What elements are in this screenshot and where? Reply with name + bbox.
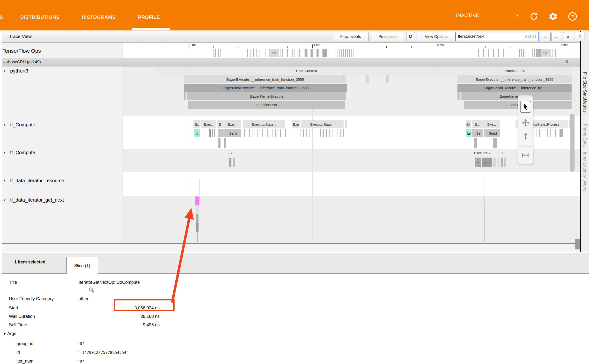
trace-tick[interactable] [553, 129, 553, 137]
trace-tick[interactable] [328, 49, 328, 57]
close-icon[interactable]: X [565, 59, 568, 65]
trace-tick[interactable] [343, 129, 344, 137]
trace-tick[interactable] [483, 49, 484, 57]
trace-slice[interactable] [493, 138, 497, 148]
trace-slice[interactable] [218, 138, 221, 148]
toolbar-button-m[interactable]: M [406, 32, 415, 41]
collapse-arrow-icon[interactable]: ▾ [4, 69, 6, 73]
trace-tick[interactable] [568, 49, 568, 57]
collapse-arrow-icon[interactable]: ▾ [3, 60, 5, 64]
vertical-scrollbar-thumb[interactable] [570, 114, 574, 172]
trace-slice[interactable] [504, 158, 506, 167]
trace-tick[interactable] [255, 129, 255, 137]
trace-slice[interactable]: EagerLocalExecute: __inference_train_fun… [184, 84, 347, 92]
trace-tick[interactable] [299, 49, 300, 57]
sidebar-tab-frame-data[interactable]: Frame Data [582, 124, 587, 147]
trace-tick[interactable] [320, 49, 320, 57]
trace-tick[interactable] [525, 49, 525, 57]
trace-tick[interactable] [312, 129, 312, 137]
trace-tick[interactable] [335, 129, 335, 137]
run-selector[interactable]: INACTIVE ▾ [456, 13, 524, 18]
trace-tick[interactable] [295, 129, 295, 137]
trace-tick[interactable] [257, 129, 258, 137]
trace-slice[interactable]: _Send [223, 129, 241, 137]
trace-slice[interactable]: v [475, 158, 481, 167]
trace-tick[interactable] [304, 49, 304, 57]
trace-slice[interactable] [184, 92, 186, 100]
trace-tick[interactable] [285, 129, 286, 137]
trace-tick[interactable] [334, 49, 334, 57]
trace-tick[interactable] [338, 49, 338, 57]
trace-tick[interactable] [503, 49, 504, 57]
trace-tick[interactable] [218, 49, 219, 57]
trace-tick[interactable] [317, 49, 318, 57]
track-label-tf_data_iterator_resource[interactable]: tf_data_iterator_resource [10, 178, 64, 183]
palette-drag-handle[interactable] [520, 97, 531, 100]
zoom-vertical-tool-button[interactable] [520, 130, 531, 142]
trace-slice[interactable]: Ex [466, 120, 471, 128]
collapse-arrow-icon[interactable]: ▾ [4, 123, 6, 127]
trace-tick[interactable] [259, 49, 259, 57]
toolbar-button-processes[interactable]: Processes [371, 32, 404, 41]
trace-tick[interactable] [340, 129, 341, 137]
trace-tick[interactable] [247, 49, 248, 57]
trace-tick[interactable] [336, 49, 336, 57]
trace-tick[interactable] [265, 129, 265, 137]
trace-tick[interactable] [217, 49, 217, 57]
trace-tick[interactable] [305, 49, 306, 57]
trace-slice[interactable] [345, 120, 347, 128]
trace-tick[interactable] [550, 129, 551, 137]
toolbar-nav-button[interactable]: » [563, 32, 573, 41]
trace-slice[interactable]: EagerKernelExecute [461, 92, 572, 100]
trace-slice[interactable] [474, 138, 477, 148]
trace-slice[interactable]: Sp [539, 49, 551, 57]
trace-slice[interactable]: E [500, 150, 506, 156]
trace-slice[interactable] [233, 158, 235, 167]
trace-tick[interactable] [554, 49, 554, 57]
trace-slice[interactable] [323, 49, 327, 57]
selected-slice-iterator-get-next[interactable] [195, 197, 199, 205]
sidebar-tab-input-latency[interactable]: Input Latency [582, 152, 587, 178]
trace-tick[interactable] [537, 129, 537, 137]
trace-tick[interactable] [521, 49, 522, 57]
select-tool-button[interactable] [520, 101, 531, 113]
collapse-arrow-icon[interactable]: ▾ [4, 198, 6, 202]
trace-slice[interactable]: E [217, 120, 223, 128]
trace-slice[interactable]: EagerExecute: __inference_train_function… [184, 75, 346, 83]
toolbar-nav-button[interactable]: → [552, 32, 561, 41]
trace-tick[interactable] [301, 129, 301, 137]
trace-tick[interactable] [247, 129, 247, 137]
trace-slice[interactable]: v... [482, 158, 492, 167]
trace-tick[interactable] [309, 49, 309, 57]
trace-slice[interactable]: Exe... [223, 120, 241, 128]
trace-tick[interactable] [250, 49, 250, 57]
trace-tick[interactable] [316, 49, 317, 57]
trace-slice[interactable] [229, 158, 231, 167]
trace-tick[interactable] [308, 49, 308, 57]
trace-tick[interactable] [318, 49, 319, 57]
trace-tick[interactable] [285, 49, 285, 57]
trace-tick[interactable] [309, 129, 309, 137]
trace-slice[interactable]: Ex [227, 150, 234, 156]
trace-tick[interactable] [323, 129, 324, 137]
trace-tick[interactable] [332, 49, 332, 57]
trace-tick[interactable] [265, 49, 265, 57]
help-button[interactable]: ? [567, 11, 578, 22]
trace-tick[interactable] [345, 49, 346, 57]
search-input[interactable]: IteratorGetNext: 0 of 21 [456, 32, 539, 41]
trace-slice[interactable] [224, 138, 226, 148]
trace-slice[interactable]: EagerExecute: __inference_train_function… [457, 75, 572, 83]
trace-tick[interactable] [303, 129, 304, 137]
trace-tick[interactable] [252, 129, 252, 137]
zoom-horizontal-tool-button[interactable] [520, 149, 531, 161]
trace-tick[interactable] [532, 49, 533, 57]
trace-tick[interactable] [220, 49, 221, 57]
trace-tick[interactable] [534, 129, 534, 137]
trace-tick[interactable] [215, 49, 216, 57]
trace-tick[interactable] [280, 129, 281, 137]
trace-slice[interactable]: Ex [193, 120, 200, 128]
trace-slice[interactable]: Exe... [201, 120, 216, 128]
trace-tick[interactable] [262, 49, 262, 57]
trace-slice[interactable]: _Se [472, 129, 483, 137]
trace-tick[interactable] [282, 49, 283, 57]
